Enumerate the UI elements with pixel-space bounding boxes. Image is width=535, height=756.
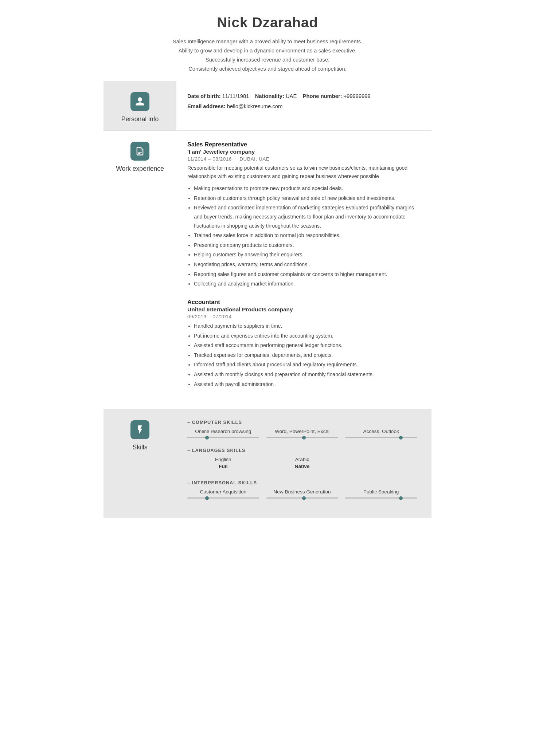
bullet: Handled payments to suppliers in time. — [194, 322, 417, 331]
skill-bar — [187, 437, 259, 438]
skills-icon — [130, 420, 149, 439]
skill-name: English — [215, 457, 231, 462]
bullet: Assisted staff accountants in performing… — [194, 341, 417, 350]
bullet: Presenting company products to customers… — [194, 241, 417, 250]
personal-info-title: Personal info — [121, 115, 159, 123]
computer-skills-group: COMPUTER SKILLS Online research browsing… — [187, 420, 417, 438]
bullet: Making presentations to promote new prod… — [194, 184, 417, 193]
skill-name: Access, Outlook — [363, 429, 399, 434]
interpersonal-skills-title: INTERPERSONAL SKILLS — [187, 480, 417, 485]
personal-info-icon — [130, 92, 149, 111]
skill-bar — [345, 497, 417, 499]
job-1-title: Sales Representative — [187, 141, 417, 148]
skill-dot — [302, 436, 306, 440]
bullet: Informed staff and clients about procedu… — [194, 360, 417, 369]
skills-section: Skills COMPUTER SKILLS Online research b… — [104, 409, 431, 518]
interpersonal-skill-bars: Customer Acquisition New Business Genera… — [187, 489, 417, 499]
skill-dot — [399, 496, 403, 500]
skill-item-arabic: Arabic Native — [266, 457, 338, 470]
job-1-bullets: Making presentations to promote new prod… — [187, 184, 417, 288]
job-1-desc: Responsible for meeting potential custom… — [187, 164, 417, 180]
skill-name: Public Speaking — [363, 489, 399, 495]
interpersonal-skills-group: INTERPERSONAL SKILLS Customer Acquisitio… — [187, 480, 417, 499]
job-2-bullets: Handled payments to suppliers in time. P… — [187, 322, 417, 389]
skill-name: Online research browsing — [195, 429, 251, 434]
skill-bar — [266, 497, 338, 499]
skill-item-english: English Full — [187, 457, 259, 470]
job-2-title: Accountant — [187, 299, 417, 306]
skill-dot — [399, 436, 403, 440]
skill-dot — [205, 436, 209, 440]
computer-skills-title: COMPUTER SKILLS — [187, 420, 417, 425]
skill-dot — [205, 496, 209, 500]
bullet: Put income and expenses entries into the… — [194, 331, 417, 340]
language-skills-group: LANGUAGES SKILLS English Full Arabic Nat… — [187, 448, 417, 470]
skill-bar — [187, 497, 259, 499]
bullet: Assisted with monthly closings and prepa… — [194, 370, 417, 379]
summary-line-4: Consistently achieved objectives and sta… — [125, 64, 410, 74]
skill-level: Full — [219, 464, 227, 469]
personal-info-details: Date of birth: 11/11/1981 Nationality: U… — [187, 91, 417, 112]
job-2: Accountant United International Products… — [187, 299, 417, 389]
bullet: Assisted with payroll administration . — [194, 380, 417, 389]
personal-info-left: Personal info — [104, 81, 176, 130]
skill-item-public-speaking: Public Speaking — [345, 489, 417, 499]
job-2-date: 09/2013 – 07/2014 — [187, 314, 417, 319]
skill-item-access: Access, Outlook — [345, 429, 417, 438]
language-skill-items: English Full Arabic Native — [187, 457, 417, 470]
email-value: hello@kickresume.com — [227, 103, 282, 109]
skill-item-placeholder — [345, 457, 417, 470]
skill-name: New Business Generation — [273, 489, 331, 495]
bullet: Negotiating prices, warranty, terms and … — [194, 260, 417, 269]
work-experience-left: Work experience — [104, 131, 176, 409]
computer-skill-bars: Online research browsing Word, PowerPoin… — [187, 429, 417, 438]
summary-line-2: Ability to grow and develop in a dynamic… — [125, 46, 410, 55]
skills-left: Skills — [104, 409, 176, 518]
bullet: Trained new sales force in addition to n… — [194, 231, 417, 240]
bullet: Reviewed and coordinated implementation … — [194, 203, 417, 230]
skill-name: Arabic — [295, 457, 309, 462]
skill-item-new-biz: New Business Generation — [266, 489, 338, 499]
dob-value: 11/11/1981 — [222, 93, 249, 99]
skill-name: Word, PowerPoint, Excel — [275, 429, 329, 434]
work-experience-content: Sales Representative 'I am' Jewellery co… — [176, 131, 431, 409]
candidate-name: Nick Dzarahad — [125, 15, 410, 31]
skill-item-acquisition: Customer Acquisition — [187, 489, 259, 499]
nationality-value: UAE — [286, 93, 297, 99]
skill-level: Native — [295, 464, 310, 469]
work-experience-title: Work experience — [116, 165, 164, 173]
summary-line-3: Successfully increased revenue and custo… — [125, 55, 410, 64]
dob-label: Date of birth: — [187, 93, 221, 99]
phone-value: +99999999 — [344, 93, 371, 99]
skill-item-word: Word, PowerPoint, Excel — [266, 429, 338, 438]
job-1-company: 'I am' Jewellery company — [187, 149, 417, 155]
resume-header: Nick Dzarahad Sales Intelligence manager… — [104, 0, 431, 81]
skill-name: Customer Acquisition — [200, 489, 246, 495]
skill-bar — [345, 437, 417, 438]
personal-info-content: Date of birth: 11/11/1981 Nationality: U… — [176, 81, 431, 130]
work-experience-icon — [130, 142, 149, 161]
summary-text: Sales Intelligence manager with a proved… — [125, 37, 410, 74]
nationality-label: Nationality: — [255, 93, 284, 99]
job-1-date: 11/2014 – 08/2016 DUBAI, UAE — [187, 156, 417, 162]
skill-dot — [302, 496, 306, 500]
skill-item-research: Online research browsing — [187, 429, 259, 438]
summary-line-1: Sales Intelligence manager with a proved… — [125, 37, 410, 46]
bullet: Collecting and analyzing market informat… — [194, 279, 417, 288]
language-skills-title: LANGUAGES SKILLS — [187, 448, 417, 453]
job-1: Sales Representative 'I am' Jewellery co… — [187, 141, 417, 288]
email-label: Email address: — [187, 103, 226, 109]
bullet: Tracked expenses for companies, departme… — [194, 351, 417, 360]
skill-bar — [266, 437, 338, 438]
work-experience-section: Work experience Sales Representative 'I … — [104, 130, 431, 409]
skills-content: COMPUTER SKILLS Online research browsing… — [176, 409, 431, 518]
phone-label: Phone number: — [303, 93, 342, 99]
skills-title: Skills — [132, 444, 147, 451]
personal-info-section: Personal info Date of birth: 11/11/1981 … — [104, 81, 431, 130]
job-2-company: United International Products company — [187, 306, 417, 313]
bullet: Helping customers by answering their enq… — [194, 250, 417, 259]
bullet: Retention of customers through policy re… — [194, 194, 417, 203]
bullet: Reporting sales figures and customer com… — [194, 270, 417, 279]
